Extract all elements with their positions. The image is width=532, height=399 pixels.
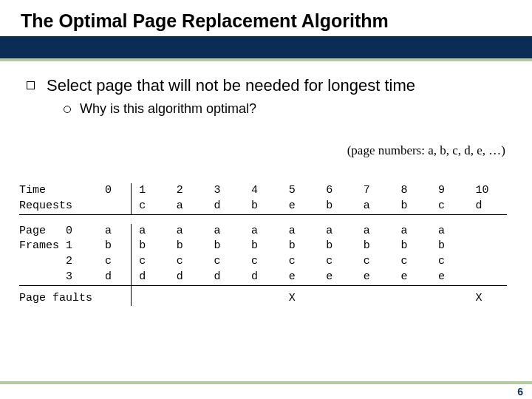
page-label: Page <box>19 225 46 237</box>
page-number: 6 <box>517 386 523 398</box>
page-numbers-note: (page numbers: a, b, c, d, e, …) <box>19 143 513 158</box>
f3-7: e <box>356 270 394 285</box>
circle-bullet-icon <box>64 106 71 113</box>
f0-7: a <box>356 224 394 239</box>
req-9: c <box>431 199 468 214</box>
spacer-row <box>19 214 507 224</box>
time-8: 8 <box>393 183 431 199</box>
f1-2: b <box>169 239 207 254</box>
f3-10 <box>468 270 507 285</box>
time-label: Time <box>19 183 105 199</box>
req-10: d <box>468 199 507 214</box>
f3-3: d <box>206 270 244 285</box>
f1-4: b <box>244 239 282 254</box>
req-8: b <box>393 199 431 214</box>
f0-6: a <box>318 224 356 239</box>
f1-5: b <box>282 239 319 254</box>
req-1: c <box>132 199 169 214</box>
f2-9: c <box>431 254 468 270</box>
f0-1: a <box>132 224 169 239</box>
f1-9: b <box>431 239 468 254</box>
time-2: 2 <box>169 183 207 199</box>
f0-init: a <box>105 224 132 239</box>
time-7: 7 <box>356 183 394 199</box>
req-7: a <box>356 199 394 214</box>
title-block: The Optimal Page Replacement Algorithm <box>0 0 532 36</box>
time-1: 1 <box>132 183 169 199</box>
faults-row: Page faults X X <box>19 285 507 306</box>
f0-9: a <box>431 224 468 239</box>
frame-idx-1: 1 <box>66 239 72 252</box>
f2-7: c <box>356 254 394 270</box>
square-bullet-icon <box>27 81 35 89</box>
fault-3 <box>206 285 244 306</box>
req-3: d <box>206 199 244 214</box>
page-frames-label-0: Page 0 <box>19 224 105 239</box>
frames-label: Frames <box>19 239 59 252</box>
bullet-1: Select page that will not be needed for … <box>27 76 513 95</box>
faults-label: Page faults <box>19 285 105 306</box>
req-2: a <box>169 199 207 214</box>
fault-7 <box>356 285 394 306</box>
f1-7: b <box>356 239 394 254</box>
requests-row: Requests c a d b e b a b c d <box>19 199 507 214</box>
time-row: Time 0 1 2 3 4 5 6 7 8 9 10 <box>19 183 507 199</box>
f3-9: e <box>431 270 468 285</box>
fault-0 <box>105 285 132 306</box>
f3-init: d <box>105 270 132 285</box>
f0-2: a <box>169 224 207 239</box>
subbullet-1-text: Why is this algorithm optimal? <box>80 101 256 117</box>
requests-label: Requests <box>19 199 105 214</box>
time-6: 6 <box>318 183 356 199</box>
page-frames-label-2: 2 <box>19 254 105 270</box>
subbullet-1: Why is this algorithm optimal? <box>64 101 513 117</box>
req-0 <box>105 199 132 214</box>
page-frames-label-1: Frames 1 <box>19 239 105 254</box>
simulation-table: Time 0 1 2 3 4 5 6 7 8 9 10 Requests <box>19 183 513 306</box>
f2-5: c <box>282 254 319 270</box>
accent-line-bottom <box>0 381 532 384</box>
fault-1 <box>132 285 169 306</box>
req-4: b <box>244 199 282 214</box>
time-4: 4 <box>244 183 282 199</box>
fault-10: X <box>468 285 507 306</box>
fault-8 <box>393 285 431 306</box>
frame-row-2: 2 c c c c c c c c c c <box>19 254 507 270</box>
frame-idx-2: 2 <box>66 255 72 267</box>
f2-4: c <box>244 254 282 270</box>
f1-1: b <box>132 239 169 254</box>
slide: The Optimal Page Replacement Algorithm S… <box>0 0 532 399</box>
time-10: 10 <box>468 183 507 199</box>
frame-idx-0: 0 <box>66 225 72 237</box>
f2-init: c <box>105 254 132 270</box>
title-bar <box>0 36 532 58</box>
f2-1: c <box>132 254 169 270</box>
frame-row-1: Frames 1 b b b b b b b b b b <box>19 239 507 254</box>
f3-4: d <box>244 270 282 285</box>
f1-6: b <box>318 239 356 254</box>
fault-4 <box>244 285 282 306</box>
req-6: b <box>318 199 356 214</box>
frame-idx-3: 3 <box>66 270 72 283</box>
page-frames-label-3: 3 <box>19 270 105 285</box>
fault-5: X <box>282 285 319 306</box>
fault-6 <box>318 285 356 306</box>
f1-8: b <box>393 239 431 254</box>
f3-2: d <box>169 270 207 285</box>
f2-8: c <box>393 254 431 270</box>
f0-5: a <box>282 224 319 239</box>
f2-10 <box>468 254 507 270</box>
f0-4: a <box>244 224 282 239</box>
f0-10 <box>468 224 507 239</box>
f2-2: c <box>169 254 207 270</box>
time-3: 3 <box>206 183 244 199</box>
f2-3: c <box>206 254 244 270</box>
f3-6: e <box>318 270 356 285</box>
f3-5: e <box>282 270 319 285</box>
f1-3: b <box>206 239 244 254</box>
fault-2 <box>169 285 207 306</box>
fault-9 <box>431 285 468 306</box>
f3-8: e <box>393 270 431 285</box>
frame-row-0: Page 0 a a a a a a a a a a <box>19 224 507 239</box>
frame-row-3: 3 d d d d d e e e e e <box>19 270 507 285</box>
